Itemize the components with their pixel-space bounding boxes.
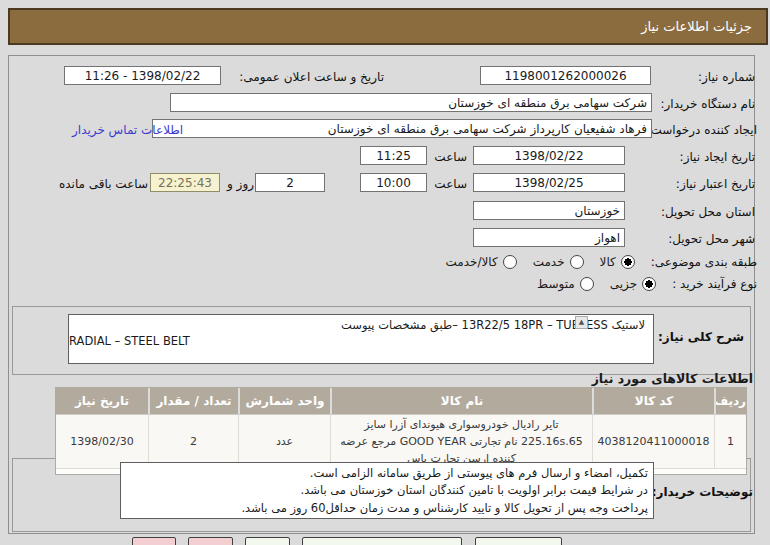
radio-goods[interactable] xyxy=(621,255,635,269)
announce-datetime-field[interactable]: 11:26 - 1398/02/22 xyxy=(64,66,221,85)
radio-minor-label: جزیی xyxy=(610,277,637,291)
subject-class-row: طبقه بندی موضوعی: کالا خدمت کالا/خدمت xyxy=(380,255,757,269)
buyer-note-line: پرداخت وجه پس از تحویل کالا و تایید کارش… xyxy=(123,500,648,517)
cell-unit: عدد xyxy=(238,414,330,468)
delivery-province-field[interactable]: خوزستان xyxy=(473,201,625,220)
buyer-note-line: در شرایط قیمت برابر اولویت با تامین کنند… xyxy=(123,482,648,499)
need-number-field[interactable]: 1198001262000026 xyxy=(480,66,651,85)
footer-button-3[interactable] xyxy=(245,537,290,545)
announce-datetime-label: تاریخ و ساعت اعلان عمومی: xyxy=(222,70,384,84)
col-item-name: نام کالا xyxy=(330,388,592,414)
goods-table-header: ردیف کد کالا نام کالا واحد شمارش تعداد /… xyxy=(56,388,746,414)
need-description-line1: لاستیک 13R22/5 18PR – TUBLESS –طبق مشخصا… xyxy=(69,315,653,332)
need-create-date-label: تاریخ ایجاد نیاز: xyxy=(640,150,755,164)
radio-service-label: خدمت xyxy=(533,255,565,269)
radio-goods-label: کالا xyxy=(600,255,616,269)
remaining-days-label: روز و xyxy=(222,177,254,191)
footer-button-5[interactable] xyxy=(475,537,562,545)
need-valid-date-label: تاریخ اعتبار نیاز: xyxy=(640,177,755,191)
delivery-province-label: استان محل تحویل: xyxy=(640,205,755,219)
need-description-textarea[interactable]: لاستیک 13R22/5 18PR – TUBLESS –طبق مشخصا… xyxy=(68,314,654,364)
radio-goods-service-label: کالا/خدمت xyxy=(445,255,497,269)
col-unit: واحد شمارش xyxy=(238,388,330,414)
buyer-contact-link[interactable]: اطلاعات تماس خریدار xyxy=(72,123,183,137)
buyer-org-label: نام دستگاه خریدار: xyxy=(640,97,755,111)
process-type-label: نوع فرآیند خرید : xyxy=(672,277,757,291)
radio-minor[interactable] xyxy=(642,277,656,291)
request-creator-field[interactable]: فرهاد شفیعیان کارپرداز شرکت سهامی برق من… xyxy=(152,119,652,138)
footer-button-2[interactable] xyxy=(188,537,233,545)
subject-class-label: طبقه بندی موضوعی: xyxy=(651,255,757,269)
col-row-index: ردیف xyxy=(714,388,746,414)
remaining-suffix-label: ساعت باقی مانده xyxy=(28,177,148,191)
need-create-date-field[interactable]: 1398/02/22 xyxy=(473,146,625,165)
need-description-line2: RADIAL – STEEL BELT xyxy=(69,332,653,348)
need-number-label: شماره نیاز: xyxy=(640,70,755,84)
need-description-label: شرح کلی نیاز: xyxy=(650,330,752,344)
cell-quantity: 2 xyxy=(148,414,238,468)
radio-service[interactable] xyxy=(570,255,584,269)
col-need-date: تاریخ نیاز xyxy=(56,388,148,414)
cell-row-index: 1 xyxy=(714,414,746,468)
buyer-notes-label: توضیحات خریدار: xyxy=(653,485,753,499)
cell-item-name: تایر رادیال خودروسواری هیوندای آزرا سایز… xyxy=(330,414,592,468)
remaining-countdown: 22:25:43 xyxy=(150,173,220,192)
delivery-city-label: شهر محل تحویل: xyxy=(640,232,755,246)
radio-medium-label: متوسط xyxy=(537,277,575,291)
need-details-page: ParsNamadData پایگاه اطلاع رسانی مناقصه … xyxy=(0,0,770,545)
need-valid-time-label: ساعت xyxy=(429,177,467,191)
goods-section-title: اطلاعات کالاهای مورد نیاز xyxy=(575,371,753,386)
need-valid-time-field[interactable]: 10:00 xyxy=(360,173,427,192)
buyer-notes-box: تکمیل، امضاء و ارسال فرم های پیوستی از ط… xyxy=(120,462,654,519)
scrollbar-up-icon[interactable]: ▲ xyxy=(575,316,588,329)
buyer-org-field[interactable]: شرکت سهامی برق منطقه ای خوزستان xyxy=(170,93,652,112)
radio-medium[interactable] xyxy=(580,277,594,291)
need-create-time-field[interactable]: 11:25 xyxy=(360,146,427,165)
radio-goods-service[interactable] xyxy=(503,255,517,269)
col-quantity: تعداد / مقدار xyxy=(148,388,238,414)
process-type-row: نوع فرآیند خرید : جزیی متوسط xyxy=(430,277,757,291)
need-valid-date-field[interactable]: 1398/02/25 xyxy=(473,173,625,192)
cell-need-date: 1398/02/30 xyxy=(56,414,148,468)
buyer-note-line: تکمیل، امضاء و ارسال فرم های پیوستی از ط… xyxy=(123,465,648,482)
remaining-days-field: 2 xyxy=(255,173,325,192)
footer-button-4[interactable] xyxy=(302,537,462,545)
delivery-city-field[interactable]: اهواز xyxy=(473,228,625,247)
need-create-time-label: ساعت xyxy=(429,150,467,164)
page-title: جزئیات اطلاعات نیاز xyxy=(8,8,768,45)
cell-item-code: 4038120411000018 xyxy=(592,414,714,468)
col-item-code: کد کالا xyxy=(592,388,714,414)
footer-button-1[interactable] xyxy=(132,537,176,545)
table-row: 1 4038120411000018 تایر رادیال خودروسوار… xyxy=(56,414,746,468)
